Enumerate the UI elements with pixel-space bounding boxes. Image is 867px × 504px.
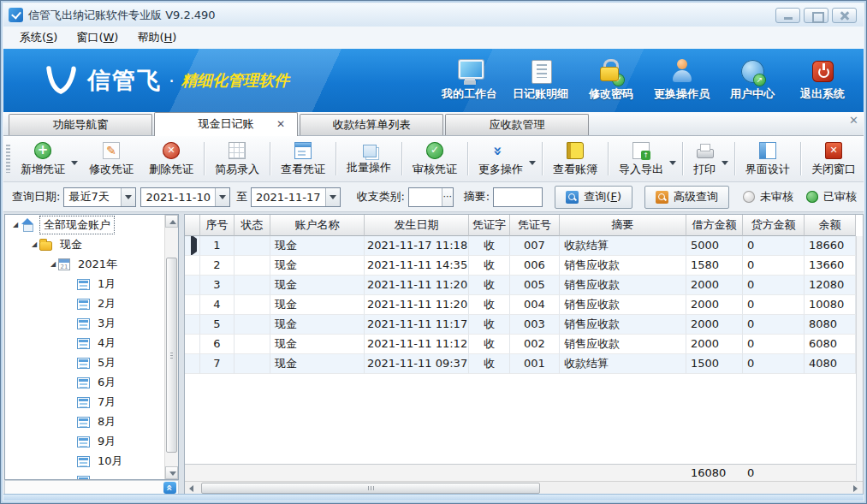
menu-item-1[interactable]: 系统(S) [10, 27, 67, 48]
tree-item-2021年[interactable]: ◢2021年 [5, 254, 178, 274]
table-row[interactable]: 5现金2021-11-11 11:17收003销售应收款200008080 [185, 315, 856, 335]
column-header-4[interactable]: 发生日期 [365, 215, 469, 236]
column-header-10[interactable]: 余额 [805, 215, 856, 236]
toolbar-button-delete[interactable]: 删除凭证 [141, 139, 201, 179]
table-horizontal-scrollbar[interactable] [185, 481, 863, 495]
menu-item-3[interactable]: 帮助(H) [128, 27, 186, 48]
toolbar-button-viewdoc[interactable]: 查看凭证 [273, 139, 333, 179]
banner-action-exit[interactable]: 退出系统 [795, 59, 850, 102]
toolbar-button-batch[interactable]: 批量操作 [339, 140, 399, 177]
table-vertical-scrollbar[interactable] [856, 236, 863, 481]
tree-item-clipped[interactable] [5, 471, 178, 480]
chevron-down-icon[interactable] [325, 188, 340, 206]
expander-icon[interactable]: ◢ [48, 260, 58, 268]
column-header-2[interactable]: 状态 [235, 215, 270, 236]
chevron-down-icon[interactable] [71, 161, 78, 165]
chevron-down-icon[interactable] [669, 161, 676, 165]
toolbar-button-edit[interactable]: 修改凭证 [81, 139, 141, 179]
tree-item-7月[interactable]: 7月 [5, 392, 178, 412]
cell-4: 2021-11-17 11:18 [365, 236, 469, 256]
scroll-right-icon[interactable] [849, 482, 863, 495]
toolbar-button-uidesign[interactable]: 界面设计 [738, 139, 798, 179]
date-to-select[interactable]: 2021-11-17 [251, 187, 341, 207]
toolbar-button-io[interactable]: ↑导入导出 [611, 139, 671, 179]
banner-action-workbench[interactable]: 我的工作台 [442, 59, 497, 102]
banner-action-journal[interactable]: 日记账明细 [513, 59, 568, 102]
close-button[interactable] [832, 8, 857, 23]
column-header-5[interactable]: 凭证字 [469, 215, 510, 236]
collapse-panel-icon[interactable] [163, 482, 176, 494]
banner-action-usercenter[interactable]: ↗用户中心 [725, 59, 780, 102]
toolbar-button-grid[interactable]: 简易录入 [207, 139, 267, 179]
chevron-down-icon[interactable] [722, 161, 728, 165]
cell-4: 2021-11-11 11:20 [365, 276, 469, 295]
summary-cell-2 [235, 465, 270, 481]
expander-icon[interactable]: ◢ [10, 221, 21, 228]
date-from-select[interactable]: 2021-11-10 [140, 187, 230, 207]
chevron-down-icon[interactable] [215, 188, 229, 206]
tree-item-4月[interactable]: 4月 [5, 333, 178, 353]
toolbar-button-add[interactable]: 新增凭证 [13, 139, 73, 179]
toolbar-button-more[interactable]: 更多操作 [471, 139, 531, 179]
toolbar-button-label: 关闭窗口 [811, 162, 856, 177]
date-preset-select[interactable]: 最近7天 [63, 187, 136, 207]
query-button[interactable]: 查询(F) [555, 186, 632, 209]
tree-vertical-scrollbar[interactable] [164, 215, 178, 479]
scroll-left-icon[interactable] [185, 482, 199, 495]
table-row[interactable]: 2现金2021-11-11 14:35收006销售应收款1580013660 [185, 256, 856, 276]
tab-3[interactable]: 收款结算单列表 [300, 114, 443, 135]
tab-2[interactable]: 现金日记账✕ [154, 112, 298, 136]
tree-item-现金[interactable]: ◢现金 [5, 234, 178, 254]
column-header-3[interactable]: 账户名称 [270, 215, 365, 236]
category-input[interactable] [409, 189, 442, 205]
toolbar-button-book[interactable]: 查看账簿 [545, 139, 605, 179]
banner-action-operator[interactable]: 更换操作员 [654, 59, 710, 102]
column-header-9[interactable]: 贷方金额 [743, 215, 805, 236]
column-header-8[interactable]: 借方金额 [686, 215, 743, 236]
menu-item-2[interactable]: 窗口(W) [67, 27, 128, 48]
toolbar-grip-handle[interactable] [6, 145, 10, 173]
table-row[interactable]: 1现金2021-11-17 11:18收007收款结算5000018660 [185, 236, 856, 256]
column-header-marker[interactable] [185, 215, 200, 236]
column-header-6[interactable]: 凭证号 [510, 215, 560, 236]
table-row[interactable]: 7现金2021-11-11 09:37收001收款结算150004080 [185, 354, 856, 374]
hscroll-thumb[interactable] [201, 483, 540, 494]
tree-item-8月[interactable]: 8月 [5, 412, 178, 431]
cell-7: 销售应收款 [560, 256, 686, 276]
tree-item-9月[interactable]: 9月 [5, 431, 178, 451]
table-row[interactable]: 6现金2021-11-11 11:12收002销售应收款200006080 [185, 335, 856, 354]
tree-item-5月[interactable]: 5月 [5, 353, 178, 372]
journal-icon [526, 59, 555, 85]
minimize-button[interactable] [775, 8, 800, 23]
window-title: 信管飞出纳记账软件专业版 V9.2.490 [28, 8, 216, 23]
tab-1[interactable]: 功能导航窗 [9, 114, 152, 135]
tree-item-全部现金账户[interactable]: ◢全部现金账户 [5, 215, 178, 234]
maximize-button[interactable] [804, 8, 828, 23]
column-header-7[interactable]: 摘要 [560, 215, 686, 236]
scroll-down-icon[interactable] [165, 466, 178, 479]
tree-item-2月[interactable]: 2月 [5, 294, 178, 313]
chevron-down-icon[interactable] [121, 188, 135, 206]
tab-4[interactable]: 应收款管理 [445, 114, 589, 135]
toolbar-button-closewin[interactable]: 关闭窗口 [804, 139, 864, 179]
tree-item-6月[interactable]: 6月 [5, 372, 178, 392]
expander-icon[interactable]: ◢ [29, 240, 39, 248]
summary-input[interactable] [494, 189, 542, 205]
scroll-up-icon[interactable] [165, 215, 178, 228]
tree-item-3月[interactable]: 3月 [5, 313, 178, 333]
browse-ellipsis-button[interactable]: ··· [442, 188, 453, 206]
toolbar-button-print[interactable]: 打印 [686, 139, 723, 179]
column-header-1[interactable]: 序号 [200, 215, 235, 236]
tree-item-1月[interactable]: 1月 [5, 274, 178, 294]
table-row[interactable]: 4现金2021-11-11 11:20收004销售应收款2000010080 [185, 295, 856, 315]
toolbar-button-audit[interactable]: 审核凭证 [405, 139, 465, 179]
tab-close-icon[interactable]: ✕ [275, 118, 287, 130]
chevron-down-icon[interactable] [529, 161, 536, 165]
table-row[interactable]: 3现金2021-11-11 11:20收005销售应收款2000012080 [185, 276, 856, 295]
tree-item-10月[interactable]: 10月 [5, 451, 178, 471]
tabstrip-close-icon[interactable]: ✕ [849, 114, 858, 127]
banner-action-password[interactable]: ✓修改密码 [584, 59, 638, 102]
toolbar-separator [336, 142, 336, 175]
tree-scroll-thumb[interactable] [166, 258, 177, 453]
advanced-query-button[interactable]: 高级查询 [644, 186, 729, 209]
